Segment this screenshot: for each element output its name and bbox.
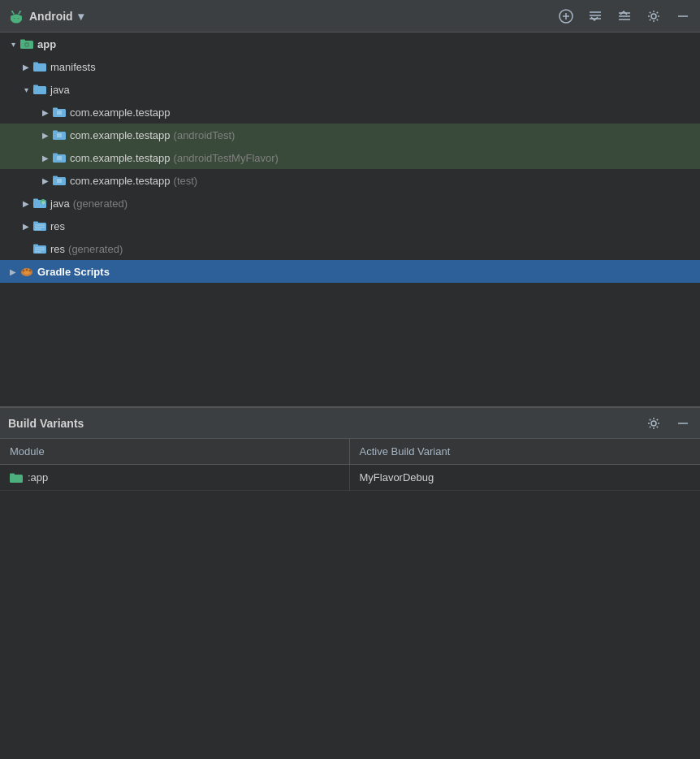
manifests-folder-icon <box>32 59 47 74</box>
tree-item-pkg3[interactable]: ▶ com.example.testapp (androidTestMyFlav… <box>0 146 700 169</box>
module-column-header: Module <box>0 439 349 465</box>
build-variants-actions <box>645 414 692 432</box>
android-icon <box>8 8 24 24</box>
tree-item-pkg3-secondary: (androidTestMyFlavor) <box>174 152 279 164</box>
minimize-button[interactable] <box>674 7 692 25</box>
svg-rect-34 <box>57 133 62 137</box>
tree-item-res-gen-label: res <box>50 243 65 255</box>
chevron-java-gen: ▶ <box>19 197 32 210</box>
tree-item-res[interactable]: ▶ res <box>0 215 700 237</box>
collapse-button[interactable] <box>616 7 633 25</box>
chevron-gradle: ▶ <box>6 265 19 278</box>
svg-rect-30 <box>53 108 58 111</box>
package-icon-1 <box>52 105 67 119</box>
settings-icon <box>646 9 661 24</box>
svg-rect-22 <box>20 40 25 42</box>
tree-item-pkg1-label: com.example.testapp <box>70 106 171 119</box>
build-variants-panel: Build Variants Module Active Build Varia… <box>0 406 700 491</box>
svg-rect-37 <box>57 156 62 160</box>
tree-item-pkg4[interactable]: ▶ com.example.testapp (test) <box>0 169 700 192</box>
toolbar-app-title: Android <box>29 10 73 23</box>
svg-point-60 <box>651 421 656 426</box>
svg-point-58 <box>26 269 28 271</box>
collapse-icon <box>617 9 632 24</box>
add-button[interactable] <box>557 7 575 25</box>
svg-point-18 <box>651 14 656 19</box>
chevron-pkg4: ▶ <box>39 174 52 187</box>
svg-rect-33 <box>53 131 58 133</box>
tree-item-manifests-label: manifests <box>50 61 96 73</box>
tree-item-java-gen-secondary: (generated) <box>73 197 127 210</box>
module-cell: :app <box>0 465 349 491</box>
build-variants-settings-button[interactable] <box>645 414 663 432</box>
svg-point-24 <box>26 44 28 46</box>
svg-rect-25 <box>33 63 46 72</box>
module-name: :app <box>28 471 48 484</box>
chevron-pkg3: ▶ <box>39 151 52 164</box>
svg-rect-62 <box>10 475 23 483</box>
collapse-all-icon <box>588 9 603 24</box>
svg-point-6 <box>11 11 13 12</box>
build-minimize-icon <box>676 416 690 431</box>
svg-rect-63 <box>10 473 15 475</box>
tree-item-pkg3-label: com.example.testapp <box>70 152 171 164</box>
app-folder-icon <box>19 37 34 51</box>
svg-rect-28 <box>33 85 38 88</box>
tree-item-pkg4-label: com.example.testapp <box>70 175 171 187</box>
build-table-row[interactable]: :appMyFlavorDebug <box>0 465 700 491</box>
toolbar-title: Android ▾ <box>8 8 557 24</box>
chevron-java: ▾ <box>19 83 32 96</box>
svg-rect-42 <box>33 199 38 202</box>
file-tree: ▾ app ▶ manifests ▾ <box>0 33 700 406</box>
tree-item-pkg2-secondary: (androidTest) <box>174 129 235 141</box>
chevron-app: ▾ <box>6 37 19 50</box>
svg-rect-39 <box>53 176 58 179</box>
chevron-pkg2: ▶ <box>39 128 52 141</box>
bottom-fill <box>0 491 700 759</box>
tree-item-java-gen[interactable]: ▶ ⚙ java (generated) <box>0 192 700 215</box>
svg-rect-36 <box>53 154 58 156</box>
svg-rect-8 <box>11 15 22 18</box>
package-icon-2 <box>52 128 67 142</box>
svg-rect-46 <box>33 222 38 224</box>
tree-item-java[interactable]: ▾ java <box>0 78 700 101</box>
build-variants-table: Module Active Build Variant :appMyFlavor… <box>0 439 700 491</box>
settings-button[interactable] <box>645 7 663 25</box>
build-variants-minimize-button[interactable] <box>674 414 692 432</box>
tree-item-pkg4-secondary: (test) <box>174 175 198 187</box>
package-icon-3 <box>52 150 67 165</box>
svg-point-57 <box>23 270 25 272</box>
svg-rect-26 <box>33 63 38 65</box>
tree-item-java-label: java <box>50 84 70 96</box>
tree-item-pkg2-label: com.example.testapp <box>70 129 171 141</box>
toolbar: Android ▾ <box>0 0 700 33</box>
add-icon <box>559 9 573 24</box>
tree-item-pkg1[interactable]: ▶ com.example.testapp <box>0 101 700 124</box>
variant-cell[interactable]: MyFlavorDebug <box>349 465 700 491</box>
svg-point-7 <box>19 11 21 12</box>
chevron-manifests: ▶ <box>19 60 32 73</box>
java-folder-icon <box>32 82 47 97</box>
build-variants-header: Build Variants <box>0 408 700 439</box>
tree-item-gradle[interactable]: ▶ Gradle Scripts <box>0 260 700 283</box>
toolbar-dropdown-arrow[interactable]: ▾ <box>78 10 84 23</box>
svg-rect-31 <box>57 111 62 115</box>
package-icon-4 <box>52 173 67 188</box>
java-gen-folder-icon: ⚙ <box>32 196 47 210</box>
tree-item-app-label: app <box>37 38 56 50</box>
build-variants-title: Build Variants <box>8 417 645 430</box>
build-settings-icon <box>646 416 661 431</box>
tree-item-manifests[interactable]: ▶ manifests <box>0 55 700 78</box>
build-table-header-row: Module Active Build Variant <box>0 439 700 465</box>
tree-item-app[interactable]: ▾ app <box>0 33 700 55</box>
minimize-icon <box>676 9 690 24</box>
tree-item-pkg2[interactable]: ▶ com.example.testapp (androidTest) <box>0 124 700 146</box>
collapse-all-button[interactable] <box>586 7 604 25</box>
tree-item-res-gen[interactable]: ▶ res (generated) <box>0 237 700 260</box>
tree-item-java-gen-label: java <box>50 197 70 210</box>
res-gen-folder-icon <box>32 241 47 256</box>
svg-rect-40 <box>57 179 62 183</box>
svg-rect-27 <box>33 86 46 94</box>
chevron-pkg1: ▶ <box>39 106 52 119</box>
svg-point-59 <box>29 270 32 272</box>
